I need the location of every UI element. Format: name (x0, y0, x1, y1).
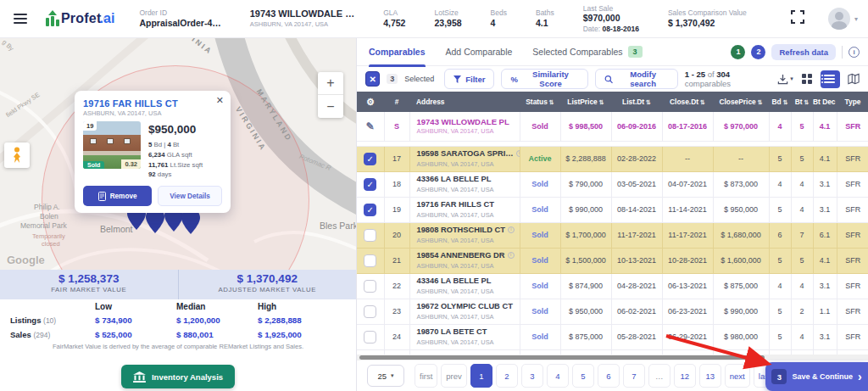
row-info-icon[interactable]: i (508, 252, 515, 259)
map-label: Philip A. (34, 203, 60, 211)
column-header-bt-dec[interactable]: Bt Dec⇅ (813, 92, 837, 112)
popup-close-icon[interactable]: ✕ (216, 95, 224, 106)
column-settings-icon[interactable]: ⚙ (366, 97, 375, 107)
avatar-caret-icon[interactable]: ▾ (854, 15, 858, 23)
page-button-4[interactable]: 4 (547, 364, 569, 388)
page-size-select[interactable]: 25▾ (367, 365, 404, 387)
subject-row[interactable]: ✎S19743 WILLOWDALE PLASHBURN, VA 20147, … (357, 112, 868, 141)
column-header-listprice[interactable]: ListPrice⇅ (560, 92, 611, 112)
column-header-list-dt[interactable]: List.Dt⇅ (611, 92, 662, 112)
filter-button[interactable]: Filter (444, 69, 494, 89)
info-icon[interactable]: i (849, 47, 860, 58)
profet-logo[interactable]: Profet.ai (44, 10, 110, 27)
left-panel: g ByVIRGINIAfield Pkwy SEMARYLANDVIRGINI… (0, 38, 356, 391)
google-logo: Google (7, 254, 45, 266)
sort-icon[interactable]: ⇅ (783, 99, 788, 105)
horizontal-scrollbar[interactable] (357, 355, 868, 360)
column-header-bd[interactable]: Bd⇅ (769, 92, 791, 112)
stat-baths: Baths 4.1 (536, 8, 554, 29)
order-id-value: AppraisalOrder-4… (139, 18, 220, 29)
page-button-1[interactable]: 1 (470, 364, 492, 388)
comparable-row-22[interactable]: 2243346 LA BELLE PLASHBURN, VA 20147, US… (357, 273, 868, 299)
map-zoom-control: + − (318, 72, 343, 118)
selected-label: Selected (404, 75, 434, 83)
column-header-close-dt[interactable]: Close.Dt⇅ (662, 92, 713, 112)
brand-name: Profet (61, 11, 101, 26)
row-info-icon[interactable]: i (516, 150, 520, 157)
col-high: High (258, 302, 358, 311)
row-checkbox[interactable]: ✓ (364, 178, 376, 191)
sort-icon[interactable]: ⇅ (646, 99, 651, 105)
tab-selected-comparables[interactable]: Selected Comparables3 (532, 38, 642, 66)
profet-logo-icon (44, 10, 61, 27)
map[interactable]: g ByVIRGINIAfield Pkwy SEMARYLANDVIRGINI… (0, 38, 356, 270)
grid-view-button[interactable] (801, 73, 813, 85)
comparable-row-20[interactable]: 2019808 ROTHSCHILD CTiASHBURN, VA 20147,… (357, 222, 868, 248)
row-checkbox[interactable]: ✓ (364, 204, 376, 216)
page-button-prev[interactable]: prev (441, 364, 466, 388)
inventory-analysis-button[interactable]: Inventory Analysis (121, 365, 235, 388)
row-checkbox[interactable]: ✓ (364, 153, 376, 165)
sort-icon[interactable]: ⇅ (804, 99, 809, 105)
remove-button[interactable]: Remove (83, 186, 152, 206)
comparable-row-21[interactable]: 2119854 ANNENBERG DRiASHBURN, VA 20147, … (357, 248, 868, 273)
column-header-status[interactable]: Status⇅ (520, 92, 560, 112)
row-checkbox[interactable] (364, 254, 376, 267)
page-button-12[interactable]: 12 (674, 364, 696, 388)
comparable-row-17[interactable]: ✓1719598 SARATOGA SPRI…iASHBURN, VA 2014… (357, 146, 868, 171)
comparable-row-18[interactable]: ✓1843366 LA BELLE PLASHBURN, VA 20147, U… (357, 171, 868, 197)
page-button-13[interactable]: 13 (699, 364, 721, 388)
zoom-in-button[interactable]: + (318, 72, 343, 95)
page-button-5[interactable]: 5 (572, 364, 594, 388)
row-checkbox[interactable] (364, 280, 376, 293)
top-header: Profet.ai Order ID AppraisalOrder-4… 197… (0, 0, 868, 38)
page-button-7[interactable]: 7 (623, 364, 645, 388)
tab-add-comparable[interactable]: Add Comparable (446, 38, 513, 66)
refresh-data-button[interactable]: Refresh data (771, 44, 836, 60)
page-button-6[interactable]: 6 (598, 364, 620, 388)
property-photo[interactable]: 19 Sold 0.32 (83, 121, 141, 169)
similarity-score-button[interactable]: %Similarity Score (501, 69, 588, 89)
hamburger-menu-icon[interactable] (14, 11, 27, 26)
sort-icon[interactable]: ⇅ (758, 99, 763, 105)
scrollbar-thumb[interactable] (359, 355, 765, 360)
popup-price: $950,000 (148, 121, 203, 138)
comparable-row-19[interactable]: ✓1919716 FAR HILLS CTASHBURN, VA 20147, … (357, 197, 868, 222)
row-checkbox[interactable] (364, 331, 376, 344)
page-button-…[interactable]: … (648, 364, 670, 388)
row-checkbox[interactable] (364, 305, 376, 318)
clear-selection-button[interactable]: ✕ (365, 71, 380, 87)
page-button-first[interactable]: first (415, 364, 437, 388)
step-badge-2[interactable]: 2 (751, 45, 765, 59)
sort-icon[interactable]: ⇅ (599, 99, 604, 105)
page-button-2[interactable]: 2 (496, 364, 518, 388)
page-button-3[interactable]: 3 (521, 364, 543, 388)
column-header-type: Type (837, 92, 868, 112)
map-view-button[interactable] (848, 73, 860, 85)
list-view-button[interactable] (821, 70, 840, 88)
sort-icon[interactable]: ⇅ (549, 99, 554, 105)
page-button-next[interactable]: next (725, 364, 750, 388)
step-badge-1[interactable]: 1 (731, 45, 745, 59)
comparable-row-23[interactable]: 2319672 OLYMPIC CLUB CTASHBURN, VA 20147… (357, 299, 868, 324)
view-details-button[interactable]: View Details (158, 186, 222, 206)
modify-search-button[interactable]: Modify search (595, 69, 678, 89)
brand-suffix: .ai (103, 15, 110, 22)
save-continue-button[interactable]: 3 Save & Continue › (765, 362, 868, 391)
column-header-closeprice[interactable]: ClosePrice⇅ (713, 92, 769, 112)
row-checkbox[interactable] (364, 229, 376, 242)
pegman-control[interactable] (4, 142, 30, 168)
comparable-row-24[interactable]: 2419870 LA BETE CTASHBURN, VA 20147, USA… (357, 324, 868, 349)
zoom-out-button[interactable]: − (318, 95, 343, 118)
fullscreen-icon[interactable] (791, 10, 804, 27)
row-info-icon[interactable]: i (508, 226, 515, 233)
popup-city: ASHBURN, VA 20147, USA (83, 109, 222, 117)
comparables-table: ⚙#AddressStatus⇅ListPrice⇅List.Dt⇅Close.… (357, 92, 868, 360)
edit-icon[interactable]: ✎ (366, 120, 375, 132)
column-header-bt[interactable]: Bt⇅ (791, 92, 813, 112)
tabs-bar: Comparables Add Comparable Selected Comp… (357, 38, 868, 66)
sort-icon[interactable]: ⇅ (700, 99, 705, 105)
user-avatar[interactable] (828, 8, 850, 30)
download-button[interactable]: ▾ (777, 74, 793, 85)
tab-comparables[interactable]: Comparables (369, 38, 426, 66)
